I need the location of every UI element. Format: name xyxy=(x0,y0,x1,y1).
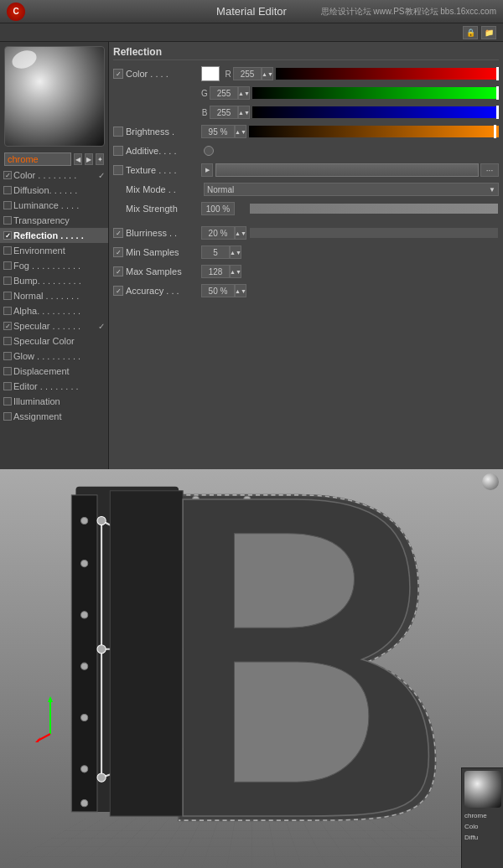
blurriness-value-input[interactable] xyxy=(201,226,235,240)
channel-bump[interactable]: Bump. . . . . . . . . xyxy=(0,273,108,288)
min-samples-value-input[interactable] xyxy=(201,245,230,259)
channel-luminance[interactable]: Luminance . . . . xyxy=(0,198,108,213)
accuracy-value-input[interactable] xyxy=(201,284,235,297)
texture-field-btn[interactable] xyxy=(215,163,479,177)
channel-displacement[interactable]: Displacement xyxy=(0,364,108,379)
accuracy-checkbox[interactable]: ✓ xyxy=(113,286,123,296)
channel-specular-color-checkbox[interactable] xyxy=(3,337,12,345)
channel-diffusion-checkbox[interactable] xyxy=(3,186,12,194)
min-samples-checkbox[interactable]: ✓ xyxy=(113,247,123,257)
channel-illumination-checkbox xyxy=(3,397,12,406)
brightness-bar[interactable] xyxy=(249,126,499,137)
brightness-value-input[interactable] xyxy=(201,125,235,138)
channel-normal[interactable]: Normal . . . . . . . xyxy=(0,288,108,303)
mixmode-dropdown[interactable]: Normal ▼ xyxy=(204,183,499,196)
max-samples-checkbox[interactable]: ✓ xyxy=(113,266,123,276)
channel-alpha-checkbox[interactable] xyxy=(3,307,12,315)
additive-checkbox[interactable] xyxy=(113,146,123,156)
texture-browse-btn[interactable]: ··· xyxy=(480,163,499,177)
mixmode-arrow-icon: ▼ xyxy=(489,186,495,194)
svg-line-29 xyxy=(38,734,50,741)
blurriness-checkbox[interactable]: ✓ xyxy=(113,228,123,238)
texture-arrow-btn[interactable]: ▶ xyxy=(201,163,213,177)
channel-color[interactable]: ✓ Color . . . . . . . . ✓ xyxy=(0,168,108,183)
next-material-btn[interactable]: ▶ xyxy=(85,153,93,165)
channel-editor[interactable]: Editor . . . . . . . . xyxy=(0,379,108,394)
channel-illumination[interactable]: Illumination xyxy=(0,394,108,409)
r-color-bar[interactable] xyxy=(276,68,499,80)
small-panel-label3: Diffu xyxy=(462,832,503,843)
material-preview xyxy=(4,46,105,147)
mix-strength-row: Mix Strength xyxy=(113,200,499,217)
g-value-input[interactable] xyxy=(210,86,238,100)
new-material-btn[interactable]: ✦ xyxy=(96,153,104,165)
channel-editor-checkbox[interactable] xyxy=(3,382,12,390)
accuracy-label: Accuracy . . . xyxy=(126,286,201,296)
min-samples-spin-btn[interactable]: ▲▼ xyxy=(230,245,241,259)
r-spin-btn[interactable]: ▲▼ xyxy=(262,67,273,80)
svg-point-9 xyxy=(97,773,106,782)
b-value-input[interactable] xyxy=(210,106,238,119)
min-samples-row: ✓ Min Samples ▲▼ xyxy=(113,244,499,261)
material-name-input[interactable] xyxy=(4,152,71,166)
small-preview-sphere xyxy=(464,771,501,808)
folder-icon[interactable]: 📁 xyxy=(481,26,496,39)
channel-fog[interactable]: Fog . . . . . . . . . . xyxy=(0,258,108,273)
g-color-bar[interactable] xyxy=(252,87,499,99)
color-swatch[interactable] xyxy=(201,66,220,81)
channel-normal-checkbox[interactable] xyxy=(3,292,12,300)
channel-alpha[interactable]: Alpha. . . . . . . . . xyxy=(0,303,108,318)
blurriness-bar[interactable] xyxy=(249,227,499,239)
channel-assignment[interactable]: Assignment xyxy=(0,409,108,424)
channel-assignment-checkbox xyxy=(3,412,12,421)
prev-material-btn[interactable]: ◀ xyxy=(74,153,82,165)
additive-dot[interactable] xyxy=(204,146,214,156)
channel-displacement-checkbox[interactable] xyxy=(3,367,12,375)
channel-transparency[interactable]: Transparency xyxy=(0,213,108,228)
channel-environment[interactable]: Environment xyxy=(0,243,108,258)
channel-specular[interactable]: ✓ Specular . . . . . . ✓ xyxy=(0,318,108,333)
color-checkbox[interactable]: ✓ xyxy=(113,69,123,79)
channel-color-checkbox[interactable]: ✓ xyxy=(3,171,12,179)
max-samples-spin-btn[interactable]: ▲▼ xyxy=(230,265,241,278)
channel-fog-checkbox[interactable] xyxy=(3,261,12,270)
channel-reflection-checkbox[interactable]: ✓ xyxy=(3,231,12,240)
channel-bump-checkbox[interactable] xyxy=(3,276,12,285)
max-samples-value-input[interactable] xyxy=(201,265,230,278)
mixmode-row: Mix Mode . . Normal ▼ xyxy=(113,181,499,198)
channel-luminance-checkbox[interactable] xyxy=(3,201,12,209)
texture-checkbox[interactable] xyxy=(113,165,123,175)
editor-area: ◀ ▶ ✦ ✓ Color . . . . . . . . ✓ Diffusio… xyxy=(0,42,503,469)
name-field-row: ◀ ▶ ✦ xyxy=(0,151,108,168)
section-title: Reflection xyxy=(113,46,499,60)
b-color-bar[interactable] xyxy=(252,106,499,118)
g-spin-btn[interactable]: ▲▼ xyxy=(238,86,250,100)
channel-specular-color[interactable]: Specular Color xyxy=(0,333,108,349)
channel-specular-checkbox[interactable]: ✓ xyxy=(3,322,12,330)
brightness-label: Brightness . xyxy=(126,127,201,137)
texture-label: Texture . . . . xyxy=(126,165,201,175)
blurriness-spin-btn[interactable]: ▲▼ xyxy=(235,226,246,240)
brightness-spin-btn[interactable]: ▲▼ xyxy=(235,125,246,138)
channel-glow-checkbox[interactable] xyxy=(3,352,12,360)
channel-environment-checkbox[interactable] xyxy=(3,246,12,255)
accuracy-spin-btn[interactable]: ▲▼ xyxy=(235,284,246,297)
brightness-checkbox[interactable] xyxy=(113,127,123,137)
channel-glow[interactable]: Glow . . . . . . . . . xyxy=(0,349,108,364)
brightness-row: Brightness . ▲▼ xyxy=(113,123,499,140)
g-row: G ▲▼ xyxy=(200,85,499,101)
small-panel-label1: chrome xyxy=(462,810,503,821)
lock-icon[interactable]: 🔒 xyxy=(463,26,478,39)
watermark: 思绘设计论坛 www.PS教程论坛 bbs.16xcc.com xyxy=(321,6,496,18)
mixmode-label: Mix Mode . . xyxy=(126,184,201,194)
channel-diffusion[interactable]: Diffusion. . . . . . xyxy=(0,183,108,198)
blurriness-row: ✓ Blurriness . . ▲▼ xyxy=(113,225,499,241)
r-value-input[interactable] xyxy=(233,67,262,80)
title-bar: C Material Editor 思绘设计论坛 www.PS教程论坛 bbs.… xyxy=(0,0,503,23)
channel-transparency-checkbox[interactable] xyxy=(3,216,12,225)
mix-strength-value-input[interactable] xyxy=(201,202,235,215)
channel-reflection[interactable]: ✓ Reflection . . . . . xyxy=(0,228,108,243)
b-spin-btn[interactable]: ▲▼ xyxy=(238,106,250,119)
svg-point-8 xyxy=(97,645,106,654)
mix-strength-bar[interactable] xyxy=(249,203,499,214)
